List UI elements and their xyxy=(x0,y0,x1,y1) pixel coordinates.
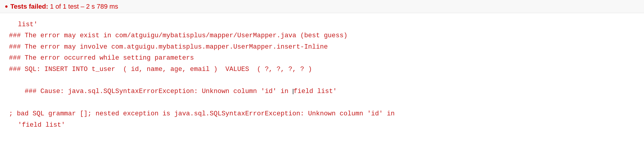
top-bar: ● Tests failed: 1 of 1 test – 2 s 789 ms xyxy=(0,0,644,13)
line-error-involve: ### The error may involve com.atguigu.my… xyxy=(9,41,635,52)
line-error-setting: ### The error occurred while setting par… xyxy=(9,52,635,64)
line-cause-part2: field list' xyxy=(294,88,337,95)
line-continuation: list' xyxy=(9,19,635,30)
line-field-list: 'field list' xyxy=(9,120,635,131)
line-cause: ### Cause: java.sql.SQLSyntaxErrorExcept… xyxy=(9,75,635,108)
line-bad-sql: ; bad SQL grammar []; nested exception i… xyxy=(9,108,635,119)
error-circle-icon: ● xyxy=(5,4,8,10)
content-area: list' ### The error may exist in com/atg… xyxy=(0,13,644,137)
text-cursor xyxy=(293,89,293,94)
tests-failed-label: Tests failed: 1 of 1 test – 2 s 789 ms xyxy=(10,3,118,10)
line-sql: ### SQL: INSERT INTO t_user ( id, name, … xyxy=(9,64,635,75)
line-cause-part1: ### Cause: java.sql.SQLSyntaxErrorExcept… xyxy=(25,88,292,95)
line-error-location: ### The error may exist in com/atguigu/m… xyxy=(9,30,635,41)
